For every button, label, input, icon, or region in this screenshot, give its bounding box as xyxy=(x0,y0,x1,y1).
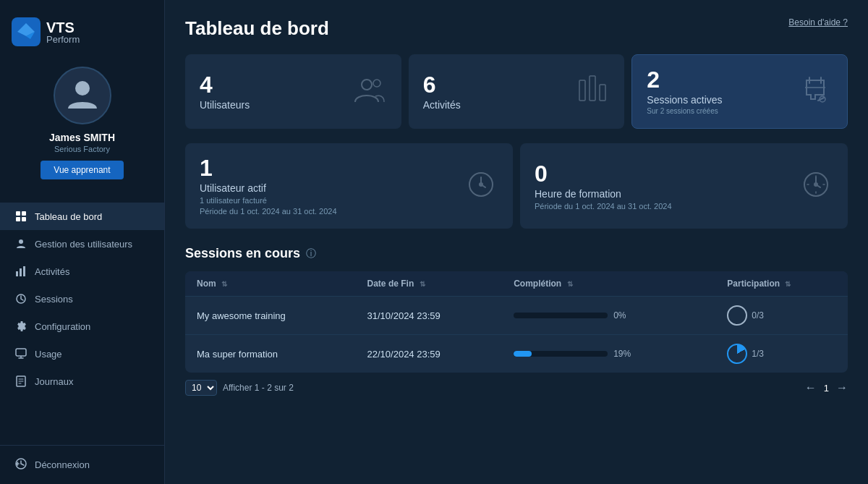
row2-completion: 19% xyxy=(502,335,715,373)
row2-participation: 1/3 xyxy=(715,335,848,373)
stat-card-activites: 6 Activités xyxy=(409,54,625,129)
page-header: Tableau de bord Besoin d'aide ? xyxy=(185,17,848,40)
sidebar-label-users: Gestion des utilisateurs xyxy=(35,239,132,250)
progress-pct-2: 19% xyxy=(613,349,631,359)
help-link[interactable]: Besoin d'aide ? xyxy=(788,17,848,27)
row1-nom: My awesome training xyxy=(185,297,356,335)
logo-perform: Perform xyxy=(46,35,80,44)
sort-completion-icon[interactable]: ⇅ xyxy=(567,280,573,288)
svg-rect-17 xyxy=(590,76,595,101)
usage-icon xyxy=(14,347,27,360)
sidebar-item-config[interactable]: Configuration xyxy=(0,313,164,340)
sidebar-item-dashboard[interactable]: Tableau de bord xyxy=(0,203,164,230)
sessions-icon xyxy=(14,292,27,305)
svg-rect-18 xyxy=(600,85,605,101)
svg-point-15 xyxy=(373,80,380,87)
participation-text-1: 0/3 xyxy=(752,310,764,320)
grid-icon xyxy=(14,210,27,223)
table-footer-left: 10 25 50 Afficher 1 - 2 sur 2 xyxy=(185,380,294,396)
participation-circle-2 xyxy=(727,344,747,364)
user-name: James SMITH xyxy=(49,132,115,143)
vue-apprenant-button[interactable]: Vue apprenant xyxy=(41,161,123,179)
svg-rect-11 xyxy=(16,349,26,356)
users-stat-icon xyxy=(352,73,387,111)
sidebar: VTS Perform James SMITH Serious Factory … xyxy=(0,0,165,484)
participation-circle-1 xyxy=(727,305,747,326)
svg-rect-8 xyxy=(20,268,22,276)
sidebar-item-activities[interactable]: Activités xyxy=(0,258,164,285)
progress-bar-bg-1 xyxy=(514,313,608,318)
stat-label-utilisateur-actif: Utilisateur actif xyxy=(200,182,337,194)
stat-number-sessions: 2 xyxy=(647,68,722,91)
vts-logo-icon xyxy=(12,17,41,46)
row2-date-fin: 22/10/2024 23:59 xyxy=(356,335,503,373)
stat-number-activites: 6 xyxy=(423,73,461,96)
progress-pct-1: 0% xyxy=(613,310,626,320)
avatar xyxy=(54,67,111,124)
sidebar-label-usage: Usage xyxy=(35,349,62,360)
col-header-participation: Participation ⇅ xyxy=(715,271,848,297)
log-icon xyxy=(14,375,27,388)
pagination-next-button[interactable]: → xyxy=(836,381,848,394)
sessions-stat-icon xyxy=(798,73,833,111)
stat-sublabel-sessions: Sur 2 sessions créées xyxy=(647,107,722,115)
page-title: Tableau de bord xyxy=(185,17,329,40)
stats-top-row: 4 Utilisateurs 6 Activités xyxy=(185,54,848,136)
progress-bar-fill-2 xyxy=(514,351,532,357)
stat-number-heure-formation: 0 xyxy=(535,162,672,185)
sidebar-item-sessions[interactable]: Sessions xyxy=(0,285,164,313)
logout-label: Déconnexion xyxy=(35,459,90,470)
avatar-section: James SMITH Serious Factory Vue apprenan… xyxy=(0,58,164,191)
sidebar-item-logs[interactable]: Journaux xyxy=(0,368,164,395)
pagination: ← 1 → xyxy=(805,381,848,394)
info-icon[interactable]: ⓘ xyxy=(306,247,316,260)
stat-card-utilisateurs: 4 Utilisateurs xyxy=(185,54,401,129)
svg-rect-2 xyxy=(16,211,20,216)
pagination-prev-button[interactable]: ← xyxy=(805,381,817,394)
svg-rect-3 xyxy=(22,211,26,216)
stat-label-activites: Activités xyxy=(423,99,461,111)
table-footer: 10 25 50 Afficher 1 - 2 sur 2 ← 1 → xyxy=(185,380,848,396)
stat-label-sessions: Sessions actives xyxy=(647,94,722,106)
sessions-section: Sessions en cours ⓘ Nom ⇅ Date de Fin ⇅ … xyxy=(185,246,848,396)
svg-point-23 xyxy=(814,182,818,187)
stat-subtext1-utilisateur-actif: 1 utilisateur facturé xyxy=(200,196,337,205)
sort-nom-icon[interactable]: ⇅ xyxy=(221,280,227,288)
table-row: Ma super formation 22/10/2024 23:59 19% xyxy=(185,335,848,373)
stat-label-heure-formation: Heure de formation xyxy=(535,188,672,200)
row1-date-fin: 31/10/2024 23:59 xyxy=(356,297,503,335)
sidebar-footer: Déconnexion xyxy=(0,445,164,484)
participation-text-2: 1/3 xyxy=(752,349,764,359)
logout-icon xyxy=(14,457,27,472)
svg-point-6 xyxy=(19,239,23,244)
sidebar-item-users[interactable]: Gestion des utilisateurs xyxy=(0,230,164,258)
sidebar-item-usage[interactable]: Usage xyxy=(0,340,164,368)
heure-formation-stat-icon xyxy=(799,167,833,205)
col-header-completion: Complétion ⇅ xyxy=(502,271,715,297)
svg-rect-7 xyxy=(16,271,18,276)
sessions-table: Nom ⇅ Date de Fin ⇅ Complétion ⇅ Partici… xyxy=(185,271,848,373)
sort-date-icon[interactable]: ⇅ xyxy=(420,280,425,288)
table-body: My awesome training 31/10/2024 23:59 0% xyxy=(185,297,848,373)
col-header-nom: Nom ⇅ xyxy=(185,271,356,297)
row1-completion: 0% xyxy=(502,297,715,335)
page-number: 1 xyxy=(824,383,829,394)
sidebar-label-sessions: Sessions xyxy=(35,294,73,305)
logo-vts: VTS xyxy=(46,20,80,35)
display-count: Afficher 1 - 2 sur 2 xyxy=(223,383,294,393)
main-content: Tableau de bord Besoin d'aide ? 4 Utilis… xyxy=(165,0,868,484)
stat-label-utilisateurs: Utilisateurs xyxy=(200,99,250,111)
svg-rect-16 xyxy=(579,80,585,101)
logout-button[interactable]: Déconnexion xyxy=(14,457,150,472)
sidebar-label-config: Configuration xyxy=(35,321,90,332)
nav-menu: Tableau de bord Gestion des utilisateurs xyxy=(0,203,164,445)
activites-stat-icon xyxy=(575,73,610,111)
per-page-select[interactable]: 10 25 50 xyxy=(185,380,217,396)
stat-number-utilisateur-actif: 1 xyxy=(200,156,337,179)
sidebar-label-activities: Activités xyxy=(35,266,69,277)
bar-chart-icon xyxy=(14,265,27,278)
sort-participation-icon[interactable]: ⇅ xyxy=(785,280,791,288)
svg-rect-9 xyxy=(23,266,25,276)
table-row: My awesome training 31/10/2024 23:59 0% xyxy=(185,297,848,335)
svg-point-1 xyxy=(75,81,90,95)
